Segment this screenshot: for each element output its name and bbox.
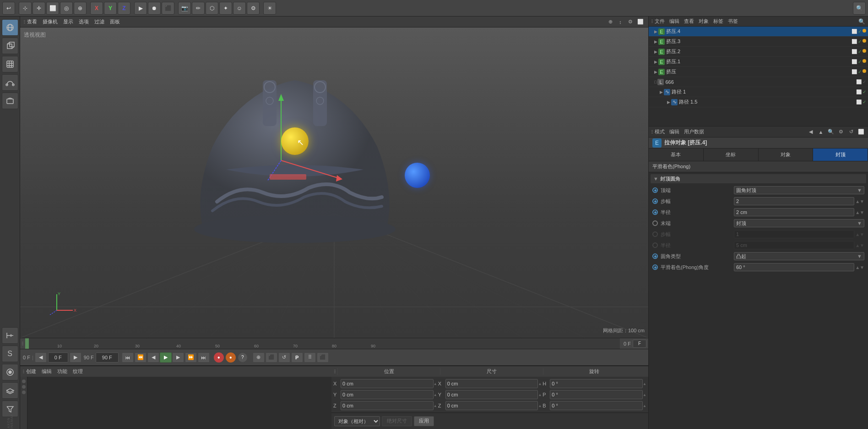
render-settings-btn[interactable]: ☀ xyxy=(263,2,276,15)
radio-fillet-type[interactable] xyxy=(652,253,658,259)
scene-menu-tag[interactable]: 标签 xyxy=(713,18,723,25)
next-frame-btn[interactable]: ▶ xyxy=(70,352,81,363)
tab-cap[interactable]: 封顶 xyxy=(813,148,868,161)
pos-y-arrow[interactable]: ▲ xyxy=(434,393,437,397)
step-back-btn[interactable]: ◀ xyxy=(147,352,159,363)
input-phong-angle[interactable] xyxy=(734,263,854,271)
spline-icon[interactable] xyxy=(2,74,18,91)
play-btn[interactable]: ▶ xyxy=(160,352,172,363)
record-btn[interactable]: ⏺ xyxy=(148,2,161,15)
rot-p-input[interactable] xyxy=(550,390,643,399)
play-end-btn[interactable]: ⏩ xyxy=(185,352,197,363)
prop-nav-up[interactable]: ▲ xyxy=(817,128,825,136)
cube-icon[interactable] xyxy=(2,38,18,54)
search-btn[interactable]: 🔍 xyxy=(853,2,866,15)
scene-menu-file[interactable]: 文件 xyxy=(655,18,665,25)
tab-create[interactable]: 创建 xyxy=(26,368,36,375)
step-fwd-btn[interactable]: ▶ xyxy=(172,352,184,363)
scene-menu-edit[interactable]: 编辑 xyxy=(669,18,679,25)
tab-basic[interactable]: 基本 xyxy=(649,148,704,161)
nurbs-icon[interactable] xyxy=(2,56,18,72)
deformer-icon[interactable] xyxy=(2,93,18,109)
tree-item-extrude1[interactable]: ▶ E 挤压.1 ⬜ ✓ xyxy=(649,57,868,67)
prop-menu-edit[interactable]: 编辑 xyxy=(669,128,679,135)
tab-function[interactable]: 功能 xyxy=(57,368,67,375)
scene-menu-bookmark[interactable]: 书签 xyxy=(728,18,738,25)
end-frame-input[interactable] xyxy=(96,352,119,363)
prop-search-icon[interactable]: 🔍 xyxy=(827,128,835,136)
select-tool[interactable]: ⊹ xyxy=(19,2,32,15)
menu-options[interactable]: 选项 xyxy=(79,18,89,25)
tree-arrow-4[interactable]: ▶ xyxy=(654,60,657,64)
tab-texture[interactable]: 纹理 xyxy=(73,368,83,375)
skip-end-btn[interactable]: ⏭ xyxy=(198,352,210,363)
tree-checkbox-666[interactable]: □ xyxy=(654,80,656,84)
size-z-arrow[interactable]: ▲ xyxy=(538,404,542,408)
spinner-steps-top[interactable]: ▲▼ xyxy=(855,199,864,204)
draw-btn[interactable]: ✏ xyxy=(192,2,205,15)
prop-menu-mode[interactable]: 模式 xyxy=(655,128,665,135)
size-z-input[interactable] xyxy=(445,401,538,410)
menu-panel[interactable]: 面板 xyxy=(110,18,120,25)
tree-arrow-5[interactable]: ▶ xyxy=(654,70,657,74)
vp-icon-4[interactable]: ⬜ xyxy=(636,18,645,26)
apply-btn[interactable]: 应用 xyxy=(414,416,434,426)
radio-top-cap[interactable] xyxy=(652,187,658,193)
rot-h-input[interactable] xyxy=(550,379,643,388)
grid-btn[interactable]: ⬛ xyxy=(317,352,329,363)
play-forward-btn[interactable]: ▶ xyxy=(134,2,147,15)
frame-field-wrapper[interactable]: ◀ ▶ xyxy=(34,352,82,363)
menu-display[interactable]: 显示 xyxy=(63,18,73,25)
tree-item-path1[interactable]: ▶ ∿ 路径 1 ⬜ ✓ xyxy=(649,87,868,97)
size-x-arrow[interactable]: ▲ xyxy=(538,382,542,386)
tree-item-extrude3[interactable]: ▶ E 挤压.3 ⬜ ✓ xyxy=(649,37,868,47)
radio-radius-bot[interactable] xyxy=(652,242,658,248)
absolute-size-btn[interactable]: 绝对尺寸 xyxy=(382,416,412,426)
prop-refresh-icon[interactable]: ↺ xyxy=(847,128,855,136)
generator-icon[interactable] xyxy=(2,327,18,344)
tree-arrow-7[interactable]: ▶ xyxy=(660,90,663,94)
help-btn[interactable]: ? xyxy=(238,352,248,363)
timeline[interactable]: 10 20 30 40 50 60 70 80 90 0 F F xyxy=(20,338,648,349)
mesh-btn[interactable]: ⬡ xyxy=(206,2,218,15)
pos-x-arrow[interactable]: ▲ xyxy=(434,382,437,386)
current-frame-input[interactable] xyxy=(48,352,68,363)
tree-item-666[interactable]: □ L 666 ⬜ ✓ xyxy=(649,77,868,87)
dropdown-fillet-type[interactable]: 凸起 ▼ xyxy=(734,252,864,260)
tree-item-path15[interactable]: ▶ ∿ 路径 1.5 ⬜ ✓ xyxy=(649,97,868,107)
playback-range-btn[interactable]: ⬛ xyxy=(162,2,174,15)
snap-btn[interactable]: ⊕ xyxy=(253,352,265,363)
prop-nav-back[interactable]: ◀ xyxy=(807,128,815,136)
tab-object[interactable]: 对象 xyxy=(759,148,814,161)
dynamics-btn[interactable]: ⚙ xyxy=(247,2,260,15)
dropdown-end-cap[interactable]: 封顶 ▼ xyxy=(734,219,864,227)
tree-arrow-8[interactable]: ▶ xyxy=(667,100,670,104)
menu-filter[interactable]: 过滤 xyxy=(94,18,104,25)
size-x-input[interactable] xyxy=(445,379,538,388)
rot-b-input[interactable] xyxy=(550,401,643,410)
rot-b-arrow[interactable]: ▲ xyxy=(643,404,646,408)
prev-frame-btn[interactable]: ◀ xyxy=(35,352,47,363)
3d-viewport[interactable]: ↖ 透视视图 Y X 网格间距：100 cm xyxy=(20,28,648,338)
cap-section-header[interactable]: ▼ 封顶圆角 xyxy=(651,174,866,183)
spinner-phong-angle[interactable]: ▲▼ xyxy=(855,265,864,270)
coord-system-dropdown[interactable]: 对象（相对） xyxy=(334,416,380,426)
rot-h-arrow[interactable]: ▲ xyxy=(643,382,646,386)
radio-radius-top[interactable] xyxy=(652,209,658,215)
record-type-btn[interactable]: ● xyxy=(226,352,236,363)
radio-end-cap[interactable] xyxy=(652,220,658,226)
rot-p-arrow[interactable]: ▲ xyxy=(643,393,646,397)
object-snap-btn[interactable]: ⬛ xyxy=(266,352,277,363)
scene-search-icon[interactable]: 🔍 xyxy=(858,18,865,25)
scene-menu-object[interactable]: 对象 xyxy=(699,18,709,25)
character-btn[interactable]: ☺ xyxy=(233,2,246,15)
skip-start-btn[interactable]: ⏮ xyxy=(122,352,134,363)
scene-menu-view[interactable]: 查看 xyxy=(684,18,694,25)
tree-item-extrude4[interactable]: ▶ E 挤压.4 ⬜ ✓ xyxy=(649,27,868,37)
object-tool[interactable]: ⬜ xyxy=(46,2,59,15)
input-radius-top[interactable] xyxy=(734,208,854,216)
move-tool[interactable]: ✛ xyxy=(33,2,45,15)
x-axis-btn[interactable]: X xyxy=(90,2,103,15)
record-btn[interactable]: ● xyxy=(214,352,224,363)
vp-icon-3[interactable]: ⚙ xyxy=(626,18,635,26)
